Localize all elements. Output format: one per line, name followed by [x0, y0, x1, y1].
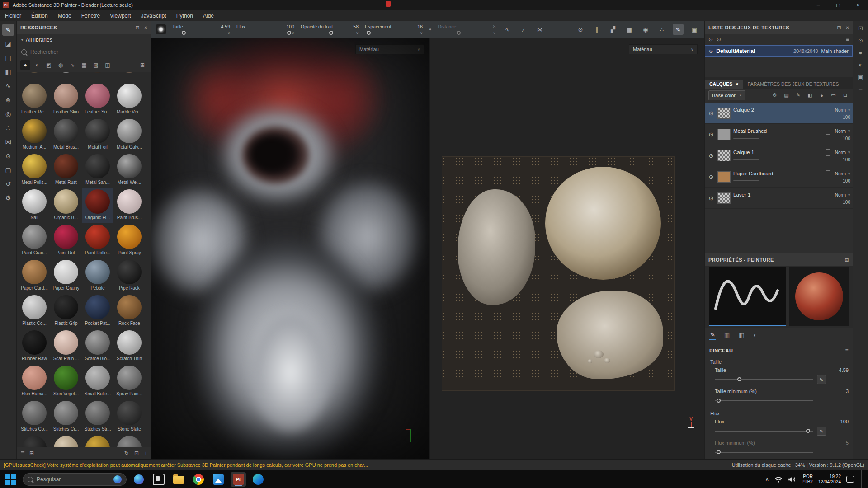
spotlight-button[interactable] [131, 472, 146, 487]
slider-handle[interactable] [182, 31, 186, 35]
float-panel-icon[interactable]: ⊡ [845, 257, 849, 263]
slider-handle[interactable] [287, 31, 291, 35]
dock-toggle-icon[interactable]: ⊡ [858, 25, 863, 32]
material-item[interactable]: Skin Huma... [19, 364, 50, 399]
stroke-preview[interactable] [709, 267, 786, 326]
edge-button[interactable] [250, 472, 266, 487]
param-slider[interactable] [301, 33, 354, 33]
display-sphere-icon[interactable]: ◐ [859, 61, 863, 68]
material-item[interactable]: Scar Plain ... [50, 329, 82, 364]
filter-brushes-icon[interactable]: ∿ [67, 60, 77, 70]
volume-icon[interactable] [788, 476, 796, 483]
polygon-fill-tool-button[interactable]: ◧ [2, 66, 14, 78]
layer-visibility-icon[interactable]: ⊙ [708, 174, 715, 180]
texture-set-menu-icon[interactable]: ≡ [846, 36, 849, 42]
material-item[interactable] [82, 435, 113, 447]
filter-filters-icon[interactable]: ◍ [56, 60, 66, 70]
param-slider[interactable] [365, 33, 418, 33]
material-item[interactable] [82, 72, 113, 82]
material-item[interactable]: Small Bulle... [82, 364, 113, 399]
material-item[interactable]: Pebble [82, 258, 113, 294]
material-item[interactable]: Plastic Co... [19, 294, 50, 329]
layer-mask-slot[interactable] [826, 192, 832, 198]
material-item[interactable]: Metal Rust [50, 153, 82, 188]
material-item[interactable]: Paint Brus... [113, 188, 145, 223]
material-item[interactable] [19, 72, 50, 82]
material-item[interactable]: Pipe Rack [113, 258, 145, 294]
file-explorer-button[interactable] [171, 472, 186, 487]
layer-thumbnail[interactable] [717, 192, 731, 204]
material-item[interactable]: Leather Re... [19, 82, 50, 117]
material-item[interactable]: Stone Slate [113, 399, 145, 435]
channel-dropdown[interactable]: Base color ∨ [708, 90, 745, 100]
symmetry-settings-icon[interactable]: ⋈ [534, 24, 545, 35]
layer-thumbnail[interactable] [717, 129, 731, 140]
param-slider[interactable] [438, 33, 491, 33]
material-item[interactable]: Scratch Thin [113, 329, 145, 364]
lazy-mouse-icon[interactable]: ∕ [518, 24, 529, 35]
viewport-2d[interactable]: Matériau ∨ V [429, 38, 705, 459]
float-panel-icon[interactable]: ⊡ [136, 25, 140, 31]
chevron-down-icon[interactable]: ∨ [493, 31, 496, 35]
material-item[interactable]: Metal Wel... [113, 153, 145, 188]
material-item[interactable]: Metal Galv... [113, 117, 145, 153]
material-preview-tab-icon[interactable]: ◐ [753, 330, 758, 340]
viewport3d-material-dropdown[interactable]: Matériau ∨ [355, 44, 424, 54]
slider-track[interactable] [715, 379, 813, 380]
display-settings-button[interactable]: ▢ [2, 164, 14, 176]
layer-visibility-icon[interactable]: ⊙ [708, 195, 715, 202]
material-item[interactable]: Metal Polis... [19, 153, 50, 188]
material-item[interactable]: Leather Skin [50, 82, 82, 117]
clock[interactable]: 19:22 12/04/2024 [818, 474, 841, 485]
hidden-icons-button[interactable]: ∧ [765, 476, 769, 482]
material-item[interactable]: Medium A... [19, 117, 50, 153]
eraser-tool-button[interactable]: ◪ [2, 38, 14, 50]
history-button[interactable]: ↺ [2, 178, 14, 190]
material-item[interactable] [19, 435, 50, 447]
material-item[interactable] [113, 435, 145, 447]
plugins-button[interactable]: ⚙ [2, 192, 14, 204]
fill-projection-icon[interactable]: ⊘ [575, 24, 586, 35]
brush-flow-control[interactable]: Flux100 ∨ [236, 24, 294, 35]
thumbnail-view-icon[interactable]: ⊞ [29, 450, 34, 456]
material-item[interactable]: Stitches Cr... [50, 399, 82, 435]
slider-track[interactable] [715, 431, 813, 432]
distance-control[interactable]: Distance8 ∨ [438, 24, 495, 35]
material-item[interactable]: Paint Spray [113, 223, 145, 258]
material-item[interactable]: Organic B... [50, 188, 82, 223]
capture-icon[interactable]: ▣ [689, 24, 700, 35]
material-item[interactable]: Plastic Grip [50, 294, 82, 329]
layer-blend-dropdown[interactable]: Norm ∨ [835, 108, 850, 113]
stencil-preview-tab-icon[interactable]: ◧ [738, 330, 745, 340]
viewport2d-material-dropdown[interactable]: Matériau ∨ [629, 44, 698, 54]
layer-opacity-slider[interactable] [733, 159, 760, 160]
brush-preview-tab-icon[interactable]: ✎ [709, 330, 716, 340]
layer-visibility-icon[interactable]: ⊙ [708, 110, 715, 117]
viewer-panel-icon[interactable]: ▣ [858, 74, 863, 80]
show-desktop-button[interactable] [861, 470, 863, 488]
material-item[interactable]: Paint Rolle... [82, 223, 113, 258]
material-item[interactable]: Paint Crac... [19, 223, 50, 258]
slider-handle[interactable] [717, 450, 721, 454]
add-fill-layer-icon[interactable]: ◧ [806, 91, 814, 99]
layer-mask-slot[interactable] [826, 149, 832, 156]
layer-thumbnail[interactable] [717, 108, 731, 119]
layer-opacity-slider[interactable] [733, 202, 760, 202]
menu-item[interactable]: Mode [53, 13, 76, 19]
task-view-button[interactable] [151, 472, 166, 487]
pause-engine-button[interactable]: ∥ [591, 24, 602, 35]
grid-view-icon[interactable]: ⊞ [137, 60, 147, 70]
layer-mask-slot[interactable] [826, 128, 832, 135]
chevron-down-icon[interactable]: ∨ [292, 31, 294, 35]
camera-mode-icon[interactable]: ◉ [640, 24, 651, 35]
spacing-control[interactable]: Espacement16 ∨ [365, 24, 423, 35]
layer-blend-dropdown[interactable]: Norm ∨ [835, 171, 850, 176]
solo-icon[interactable]: ⊙ [717, 36, 721, 42]
filter-environments-icon[interactable]: ◫ [103, 60, 113, 70]
tab-texture-set-settings[interactable]: PARAMÈTRES DES JEUX DE TEXTURES [743, 80, 843, 89]
stroke-opacity-control[interactable]: Opacité du trait58 ∨ [301, 24, 359, 35]
add-folder-icon[interactable]: ▭ [829, 91, 838, 99]
material-item[interactable]: Stitches Co... [19, 399, 50, 435]
add-paint-layer-icon[interactable]: ✎ [794, 91, 802, 99]
filter-alphas-icon[interactable]: ▦ [79, 60, 89, 70]
